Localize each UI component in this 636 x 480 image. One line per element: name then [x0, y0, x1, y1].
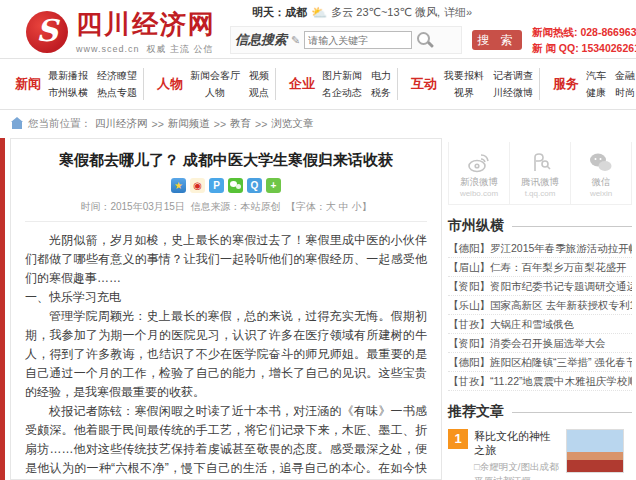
nav-divider [397, 68, 398, 100]
tencent-weibo-follow[interactable]: 腾讯微博 t.qq.com [510, 142, 571, 204]
share-row: ★ ◉ P Q + [25, 178, 427, 193]
search-button[interactable]: 搜 索 [472, 30, 522, 50]
breadcrumb-site[interactable]: 四川经济网 [95, 117, 148, 131]
left-red-accent [0, 138, 5, 480]
nav-divider [143, 68, 144, 100]
tieba-share-icon[interactable]: P [209, 178, 224, 193]
fontsize-small[interactable]: 小 [352, 201, 362, 212]
nav-item[interactable]: 市州纵横 [48, 86, 88, 100]
nav-item[interactable]: 川经微博 [493, 86, 533, 100]
logo-swirl-icon: S [26, 11, 68, 53]
breadcrumb-sep: >> [255, 118, 267, 130]
sina-weibo-follow[interactable]: 新浪微博 weibo.com [449, 142, 510, 204]
hotline-phone: 新闻热线: 028-86696397 [532, 24, 636, 40]
social-box: 新浪微博 weibo.com 腾讯微博 t.qq.com [448, 142, 632, 205]
article-source: 信息来源：本站原创 [190, 201, 280, 212]
recommend-item-1[interactable]: 1 释比文化的神性之旅 □余耀明文/图出成都平原过都江堰…… [448, 429, 632, 480]
breadcrumb-prefix: 您当前位置： [28, 117, 91, 131]
nav-news[interactable]: 新闻 [8, 75, 48, 93]
list-item[interactable]: 【甘孜】“11.22”地震震中木雅祖庆学校顺利 [448, 372, 632, 391]
list-item[interactable]: 【眉山】仁寿：百年梨乡万亩梨花盛开 [448, 258, 632, 277]
weather-detail-link[interactable]: 详细» [444, 5, 472, 20]
nav-item[interactable]: 视频 [249, 69, 269, 83]
fontsize-large[interactable]: 大 [326, 201, 336, 212]
article-paragraph: 管理学院周颖光：史上最长的寒假，总的来说，过得充实无悔。假期初期，我参加了为期一… [25, 307, 427, 402]
list-item[interactable]: 【甘孜】大锅庄和雪域俄色 [448, 315, 632, 334]
nav-item[interactable]: 最新播报 [48, 69, 88, 83]
article-paragraph: 校报记者陈铉：寒假闲暇之时读了近十本书，对汪涵的《有味》一书感受颇深。他着眼于民… [25, 402, 427, 480]
search-label: 信息搜索 [235, 31, 287, 49]
breadcrumb-channel[interactable]: 新闻频道 [168, 117, 210, 131]
nav-item[interactable]: 税务 [371, 86, 391, 100]
content-area: 寒假都去哪儿了？ 成都中医大学生寒假归来话收获 ★ ◉ P Q + 时间：201… [0, 138, 636, 480]
qzone-share-icon[interactable]: ★ [171, 178, 186, 193]
breadcrumb: 您当前位置： 四川经济网 >> 新闻频道 >> 教育 >> 浏览文章 [0, 110, 636, 138]
article-paragraph: 光阴似箭，岁月如梭，史上最长的寒假过去了！寒假里成中医的小伙伴们都做了哪些有意义… [25, 231, 427, 288]
nav-service[interactable]: 服务 [546, 75, 586, 93]
nav-item[interactable]: 汽车 [586, 69, 606, 83]
list-item[interactable]: 【乐山】国家高新区 去年新获授权专利148件 [448, 296, 632, 315]
fontsize-prefix: 【字体： [286, 201, 326, 212]
recommend-section-heading: 推荐文章 [448, 403, 632, 421]
city-news-list: 【德阳】罗江2015年春季旅游活动拉开帷幕 【眉山】仁寿：百年梨乡万亩梨花盛开 … [448, 239, 632, 391]
magnifier-icon[interactable] [416, 31, 434, 49]
nav-item[interactable]: 健康 [586, 86, 606, 100]
breadcrumb-sep: >> [152, 118, 164, 130]
nav-item[interactable]: 新闻会客厅 [190, 69, 240, 83]
main-nav: 新闻 最新播报 市州纵横 经济瞭望 热点专题 人物 新闻会客厅 人物 视频 观点… [0, 58, 636, 110]
site-header: S 四川经济网 www.sced.cn 权威 主流 公信 明天：成都 ⛅ 多云 … [0, 0, 636, 58]
home-icon [12, 122, 22, 129]
right-sidebar: 新浪微博 weibo.com 腾讯微博 t.qq.com [448, 138, 632, 480]
nav-item[interactable]: 图片新闻 [322, 69, 362, 83]
qq-share-icon[interactable]: Q [247, 178, 262, 193]
site-name: 四川经济网 [76, 7, 216, 42]
wechat-follow[interactable]: 微信 weixin [571, 142, 631, 204]
nav-people[interactable]: 人物 [150, 75, 190, 93]
breadcrumb-current[interactable]: 浏览文章 [271, 117, 313, 131]
hotline-qq: 新 闻 QQ: 1534026261 [532, 40, 636, 56]
search-panel: 信息搜索 ✎ [230, 26, 462, 54]
list-item[interactable]: 【资阳】消委会召开换届选举大会 [448, 334, 632, 353]
article-thumbnail[interactable] [566, 429, 624, 473]
search-input[interactable] [304, 31, 412, 49]
nav-item[interactable]: 名企动态 [322, 86, 362, 100]
nav-enterprise[interactable]: 企业 [282, 75, 322, 93]
article-section-heading: 一、快乐学习充电 [25, 288, 427, 307]
nav-item[interactable]: 视界 [444, 86, 484, 100]
nav-item[interactable]: 人物 [190, 86, 240, 100]
nav-divider [539, 68, 540, 100]
nav-news-sub: 最新播报 市州纵横 经济瞭望 热点专题 [48, 69, 137, 100]
nav-item[interactable]: 热点专题 [97, 86, 137, 100]
list-item[interactable]: 【资阳】资阳市纪委书记专题调研交通运输工作 [448, 277, 632, 296]
site-url-tagline: www.sced.cn 权威 主流 公信 [76, 43, 216, 56]
city-section-heading: 市州纵横 [448, 217, 632, 235]
article-time: 时间：2015年03月15日 [80, 201, 185, 212]
nav-item[interactable]: 我要报料 [444, 69, 484, 83]
more-share-icon[interactable]: + [266, 178, 281, 193]
weather-cloud-icon: ⛅ [311, 5, 327, 20]
wechat-icon [571, 150, 631, 176]
nav-item[interactable]: 经济瞭望 [97, 69, 137, 83]
nav-item[interactable]: 金融 [615, 69, 635, 83]
weather-bar: 明天：成都 ⛅ 多云 23℃~13℃ 微风, 详细» [252, 5, 472, 20]
tencent-weibo-icon [510, 150, 570, 176]
breadcrumb-category[interactable]: 教育 [230, 117, 251, 131]
site-logo[interactable]: S 四川经济网 www.sced.cn 权威 主流 公信 [26, 7, 216, 56]
wechat-share-icon[interactable] [228, 178, 243, 193]
fontsize-suffix: 】 [362, 201, 372, 212]
article-panel: 寒假都去哪儿了？ 成都中医大学生寒假归来话收获 ★ ◉ P Q + 时间：201… [10, 138, 442, 480]
fontsize-medium[interactable]: 中 [339, 201, 349, 212]
nav-item[interactable]: 观点 [249, 86, 269, 100]
pencil-icon: ✎ [291, 34, 300, 47]
article-body: 光阴似箭，岁月如梭，史上最长的寒假过去了！寒假里成中医的小伙伴们都做了哪些有意义… [25, 231, 427, 480]
nav-item[interactable]: 时尚 [615, 86, 635, 100]
article-title: 寒假都去哪儿了？ 成都中医大学生寒假归来话收获 [25, 151, 427, 170]
list-item[interactable]: 【德阳】罗江2015年春季旅游活动拉开帷幕 [448, 239, 632, 258]
nav-item[interactable]: 电力 [371, 69, 391, 83]
list-item[interactable]: 【德阳】旌阳区柏隆镇“三举措” 强化春节期间 [448, 353, 632, 372]
nav-item[interactable]: 记者调查 [493, 69, 533, 83]
weather-condition: 多云 23℃~13℃ 微风, [331, 5, 440, 20]
nav-divider [275, 68, 276, 100]
nav-interact[interactable]: 互动 [404, 75, 444, 93]
weibo-share-icon[interactable]: ◉ [190, 178, 205, 193]
